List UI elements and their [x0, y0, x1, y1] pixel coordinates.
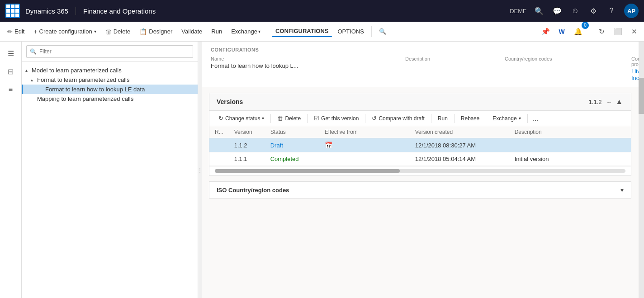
config-provider-field: Configuration provider Litware, Inc.	[631, 56, 639, 81]
settings-icon[interactable]: ⚙	[588, 5, 599, 16]
cell-effective-from-0: 📅	[319, 138, 410, 152]
refresh-icon[interactable]: ↻	[595, 25, 608, 38]
brand-fo: Finance and Operations	[83, 7, 510, 15]
iso-title: ISO Country/region codes	[217, 187, 620, 194]
tree-content: ▴ Model to learn parameterized calls ▴ F…	[22, 62, 198, 298]
toolbar-search-icon[interactable]: 🔍	[375, 26, 390, 37]
tree-item-mapping[interactable]: Mapping to learn parameterized calls	[22, 94, 198, 104]
col-header-effective-from: Effective from	[319, 126, 410, 138]
drag-handle[interactable]	[198, 42, 202, 298]
versions-exchange-button[interactable]: Exchange ▾	[489, 114, 524, 123]
iso-section: ISO Country/region codes ▾	[209, 181, 631, 199]
col-header-description: Description	[509, 126, 631, 138]
versions-toolbar: ↻ Change status ▾ 🗑 Delete ☑ Get this ve…	[209, 111, 631, 126]
cell-version-0: 1.1.2	[229, 138, 265, 152]
create-config-chevron: ▾	[94, 29, 96, 34]
config-name-label: Name	[211, 56, 405, 61]
versions-header: Versions 1.1.2 -- ▲	[209, 93, 631, 111]
tree-toggle-model: ▴	[25, 68, 32, 73]
ver-sep-4	[431, 114, 431, 123]
versions-scrollbar[interactable]	[209, 166, 631, 175]
exchange-chevron: ▾	[258, 29, 260, 34]
tree-panel: 🔍 ▴ Model to learn parameterized calls ▴…	[22, 42, 198, 298]
help-icon[interactable]: ?	[606, 5, 617, 16]
env-label: DEMF	[510, 8, 526, 14]
config-fields: Name Format to learn how to lookup L... …	[211, 56, 630, 81]
avatar[interactable]: AP	[624, 4, 639, 18]
top-bar-right: DEMF 🔍 💬 ☺ ⚙ ? AP	[510, 4, 639, 18]
calendar-icon[interactable]: 📅	[325, 142, 332, 149]
tree-item-format-lookup[interactable]: Format to learn how to lookup LE data	[22, 85, 198, 94]
iso-header[interactable]: ISO Country/region codes ▾	[209, 182, 631, 198]
configurations-section-title: CONFIGURATIONS	[211, 47, 630, 52]
run-button[interactable]: Run	[208, 26, 226, 37]
options-tab[interactable]: OPTIONS	[334, 26, 368, 37]
scroll-thumb	[215, 169, 400, 173]
compare-icon: ↺	[372, 115, 377, 122]
scroll-track	[215, 169, 625, 173]
plus-icon: +	[33, 28, 37, 35]
search-icon-topbar[interactable]: 🔍	[534, 5, 545, 16]
filter-sidebar-icon[interactable]: ⊟	[3, 63, 19, 80]
list-sidebar-icon[interactable]: ≡	[3, 81, 19, 98]
word-icon[interactable]: W	[555, 25, 568, 38]
tree-item-model[interactable]: ▴ Model to learn parameterized calls	[22, 66, 198, 75]
edit-icon: ✏	[7, 28, 13, 35]
config-provider-value: Litware, Inc.	[631, 68, 639, 81]
validate-button[interactable]: Validate	[178, 26, 206, 37]
change-status-button[interactable]: ↻ Change status ▾	[215, 114, 268, 123]
get-this-version-button[interactable]: ☑ Get this version	[310, 114, 362, 123]
top-bar: Dynamics 365 Finance and Operations DEMF…	[0, 0, 644, 22]
cell-version-1: 1.1.1	[229, 152, 265, 166]
close-icon[interactable]: ✕	[628, 25, 640, 38]
pin-icon[interactable]: 📌	[539, 25, 552, 38]
edit-button[interactable]: ✏ Edit	[4, 26, 28, 37]
filter-input[interactable]	[26, 45, 193, 58]
toolbar-separator	[268, 26, 268, 37]
compare-with-draft-button[interactable]: ↺ Compare with draft	[368, 114, 428, 123]
versions-table-header-row: R... Version Status Effective from Versi…	[209, 126, 631, 138]
tree-filter-area: 🔍	[22, 42, 198, 62]
designer-button[interactable]: 📋 Designer	[136, 26, 176, 37]
exchange-button[interactable]: Exchange ▾	[227, 26, 264, 37]
cell-description-0	[509, 138, 631, 152]
expand-icon[interactable]: ⬜	[611, 25, 624, 38]
face-icon[interactable]: ☺	[570, 5, 581, 16]
versions-collapse-icon[interactable]: ▲	[615, 97, 624, 107]
sidebar-icons: ☰ ⊟ ≡	[0, 42, 22, 298]
col-header-version: Version	[229, 126, 265, 138]
rebase-button[interactable]: Rebase	[457, 114, 483, 123]
ver-sep-2	[307, 114, 308, 123]
delete-button[interactable]: 🗑 Delete	[102, 26, 134, 37]
cell-r-1	[209, 152, 229, 166]
versions-table: R... Version Status Effective from Versi…	[209, 126, 631, 166]
ver-sep-6	[486, 114, 486, 123]
config-name-value: Format to learn how to lookup L...	[211, 62, 405, 69]
versions-more-icon[interactable]: ...	[530, 114, 541, 123]
config-desc-label: Description	[405, 56, 505, 61]
versions-dashes: --	[607, 99, 611, 105]
versions-run-button[interactable]: Run	[434, 114, 451, 123]
ver-sep-1	[270, 114, 271, 123]
create-configuration-button[interactable]: + Create configuration ▾	[30, 26, 99, 37]
cell-description-1: Initial version	[509, 152, 631, 166]
tree-item-format-group[interactable]: ▴ Format to learn parameterized calls	[22, 75, 198, 85]
designer-icon: 📋	[139, 28, 147, 35]
configurations-tab[interactable]: CONFIGURATIONS	[272, 26, 332, 37]
notification-wrapper: 🔔 0	[572, 25, 592, 38]
versions-section: Versions 1.1.2 -- ▲ ↻ Change status ▾ 🗑 …	[209, 93, 631, 176]
right-scrollbar[interactable]	[639, 42, 644, 298]
content-panel: CONFIGURATIONS Name Format to learn how …	[202, 42, 639, 298]
hamburger-menu-icon[interactable]: ☰	[3, 45, 19, 61]
cell-effective-from-1	[319, 152, 410, 166]
apps-icon[interactable]	[5, 4, 20, 18]
notification-badge: 0	[582, 22, 589, 29]
messages-icon[interactable]: 💬	[552, 5, 563, 16]
versions-table-row[interactable]: 1.1.1 Completed 12/1/2018 05:04:14 AM In…	[209, 152, 631, 166]
versions-table-row[interactable]: 1.1.2 Draft 📅 12/1/2018 08:30:27 AM	[209, 138, 631, 152]
versions-exchange-chevron: ▾	[519, 116, 521, 121]
versions-delete-icon: 🗑	[277, 115, 283, 122]
col-header-r: R...	[209, 126, 229, 138]
ver-sep-3	[365, 114, 365, 123]
versions-delete-button[interactable]: 🗑 Delete	[274, 114, 304, 123]
